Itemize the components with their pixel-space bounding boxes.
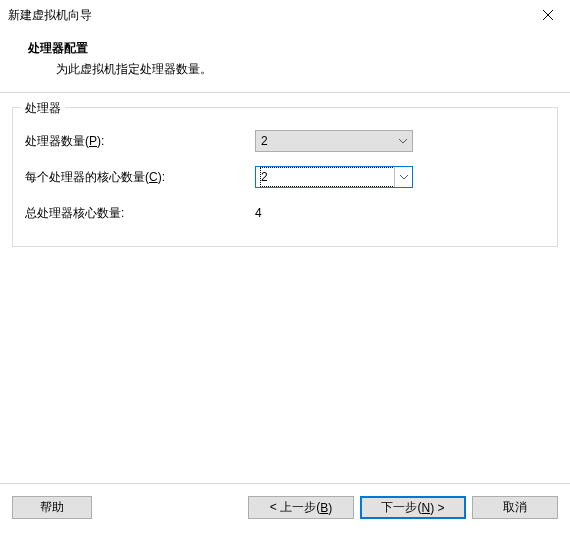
cores-row: 每个处理器的核心数量(C): 2 [25, 162, 545, 192]
total-row: 总处理器核心数量: 4 [25, 198, 545, 228]
footer: 帮助 < 上一步(B) 下一步(N) > 取消 [0, 483, 570, 531]
chevron-down-icon [394, 167, 412, 187]
processors-label: 处理器数量(P): [25, 133, 255, 150]
total-label: 总处理器核心数量: [25, 205, 255, 222]
processors-group: 处理器 处理器数量(P): 2 每个处理器的核心数量(C): 2 [12, 107, 558, 247]
processors-combo-value: 2 [261, 132, 394, 150]
chevron-down-icon [394, 131, 412, 151]
cores-combo-value: 2 [261, 168, 394, 186]
back-button[interactable]: < 上一步(B) [248, 496, 354, 519]
wizard-header: 处理器配置 为此虚拟机指定处理器数量。 [0, 30, 570, 92]
titlebar: 新建虚拟机向导 [0, 0, 570, 30]
cores-combo[interactable]: 2 [255, 166, 413, 188]
group-legend: 处理器 [21, 100, 65, 117]
help-button[interactable]: 帮助 [12, 496, 92, 519]
total-value: 4 [255, 206, 262, 220]
processors-combo[interactable]: 2 [255, 130, 413, 152]
page-title: 处理器配置 [0, 40, 570, 57]
content-area: 处理器 处理器数量(P): 2 每个处理器的核心数量(C): 2 [0, 93, 570, 483]
close-icon [543, 10, 553, 20]
next-button[interactable]: 下一步(N) > [360, 496, 466, 519]
window-title: 新建虚拟机向导 [8, 7, 525, 24]
processors-row: 处理器数量(P): 2 [25, 126, 545, 156]
cores-label: 每个处理器的核心数量(C): [25, 169, 255, 186]
page-subtitle: 为此虚拟机指定处理器数量。 [0, 57, 570, 78]
close-button[interactable] [525, 0, 570, 30]
cancel-button[interactable]: 取消 [472, 496, 558, 519]
